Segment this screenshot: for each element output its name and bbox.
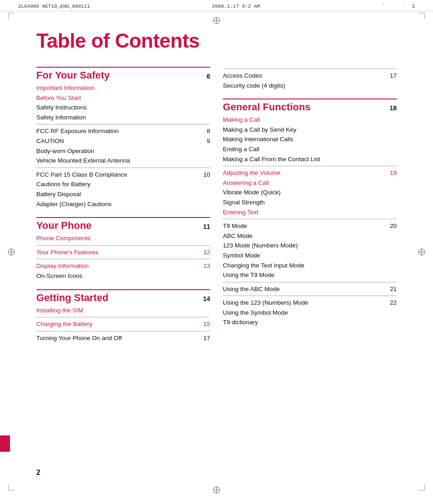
list-item: Access Codes 17 [223,71,397,81]
divider [223,282,397,282]
list-item: CAUTION 9 [36,136,210,146]
left-center-registration [7,248,15,256]
section-for-your-safety: For Your Safety 6 Important Information … [36,67,210,209]
list-item: T9 Mode 20 [223,221,397,231]
section-header-safety: For Your Safety 6 [36,67,210,81]
section-title-phone: Your Phone [36,220,92,232]
list-item: Cautions for Battery [36,179,210,189]
section-page-getting-started: 14 [203,295,210,302]
right-column: Access Codes 17 Security code (4 digits)… [223,67,397,336]
section-header-general: General Functions 18 [223,99,397,113]
list-item: Adapter (Charger) Cautions [36,199,210,209]
list-item: 123 Mode (Numbers Mode) [223,241,397,251]
divider [36,168,210,168]
section-general-functions: General Functions 18 Making a Call Makin… [223,99,397,327]
list-item: Safety Instructions [36,103,210,113]
section-page-phone: 11 [203,223,210,230]
list-item: Before You Start [36,93,210,103]
list-item: Vibrate Mode (Quick) [223,188,397,198]
divider [36,259,210,259]
section-access-codes: Access Codes 17 Security code (4 digits) [223,69,397,90]
left-column: For Your Safety 6 Important Information … [36,67,210,351]
list-item: FCC Part 15 Class B Compliance 10 [36,170,210,180]
list-item: Answering a Call [223,178,397,188]
list-item: Making a Call [223,115,397,125]
list-item: Vehicle Mounted External Antenna [36,156,210,166]
right-center-registration [418,248,426,256]
list-item: Ending a Call [223,144,397,154]
list-item: Using the ABC Mode 21 [223,284,397,294]
list-item: Using the Symbol Mode [223,308,397,318]
list-item: Important Information [36,83,210,93]
divider [36,317,210,317]
list-item: Symbol Mode [223,251,397,261]
list-item: Security code (4 digits) [223,81,397,91]
section-header-getting-started: Getting Started 14 [36,289,210,304]
section-getting-started: Getting Started 14 Installing the SIM Ch… [36,289,210,343]
top-header: 2LG400G NET10_ENG_080111 2008.1.17 9:2 A… [0,0,433,11]
list-item: Charging the Battery 15 [36,319,210,329]
list-item: Changing the Text Input Mode [223,261,397,271]
divider [36,124,210,124]
list-item: Making a Call by Send Key [223,125,397,135]
list-item: Your Phone's Features 12 [36,247,210,257]
list-item: Phone Components [36,233,210,243]
page-title: Table of Contents [36,30,397,52]
list-item: T9 dictionary [223,317,397,327]
list-item: Installing the SIM [36,306,210,316]
bookmark-tab [0,435,10,452]
two-column-layout: For Your Safety 6 Important Information … [36,67,397,351]
date-info: 2008.1.17 9:2 AM [212,4,260,9]
list-item: Safety Information [36,113,210,123]
divider [223,166,397,166]
list-item: Making International Calls [223,134,397,144]
section-title-safety: For Your Safety [36,69,110,81]
list-item: Adjusting the Volume 19 [223,168,397,178]
page-wrapper: 2LG400G NET10_ENG_080111 2008.1.17 9:2 A… [0,0,433,504]
list-item: FCC RF Exposure Information 8 [36,126,210,136]
section-header-phone: Your Phone 11 [36,217,210,232]
section-page-general: 18 [389,104,397,112]
list-item: Display Information 13 [36,261,210,271]
divider [36,331,210,331]
bottom-center-registration [212,486,221,494]
divider [223,219,397,219]
section-title-getting-started: Getting Started [36,292,108,304]
main-content: Table of Contents For Your Safety 6 Impo… [0,11,433,378]
list-item: Making a Call From the Contact List [223,154,397,164]
list-item: Using the T9 Mode [223,270,397,280]
section-title-general: General Functions [223,101,310,113]
list-item: ABC Mode [223,231,397,241]
list-item: Battery Disposal [36,189,210,199]
bottom-page-number: 2 [36,469,40,477]
section-page-safety: 6 [207,73,210,80]
page-indicator: ` ` 2 [382,4,415,9]
top-center-registration [212,16,221,25]
section-your-phone: Your Phone 11 Phone Components Your Phon… [36,217,210,281]
divider [223,69,397,69]
divider [223,296,397,296]
list-item: Signal Strength [223,198,397,208]
list-item: On-Screen Icons [36,271,210,281]
list-item: Body-worn Operation [36,146,210,156]
list-item: Turning Your Phone On and Off 17 [36,333,210,343]
divider [36,245,210,246]
bottom-left-corner [8,484,15,490]
bottom-right-corner [418,484,425,490]
list-item: Entering Text [223,208,397,217]
file-info: 2LG400G NET10_ENG_080111 [18,4,90,9]
list-item: Using the 123 (Numbers) Mode 22 [223,298,397,308]
